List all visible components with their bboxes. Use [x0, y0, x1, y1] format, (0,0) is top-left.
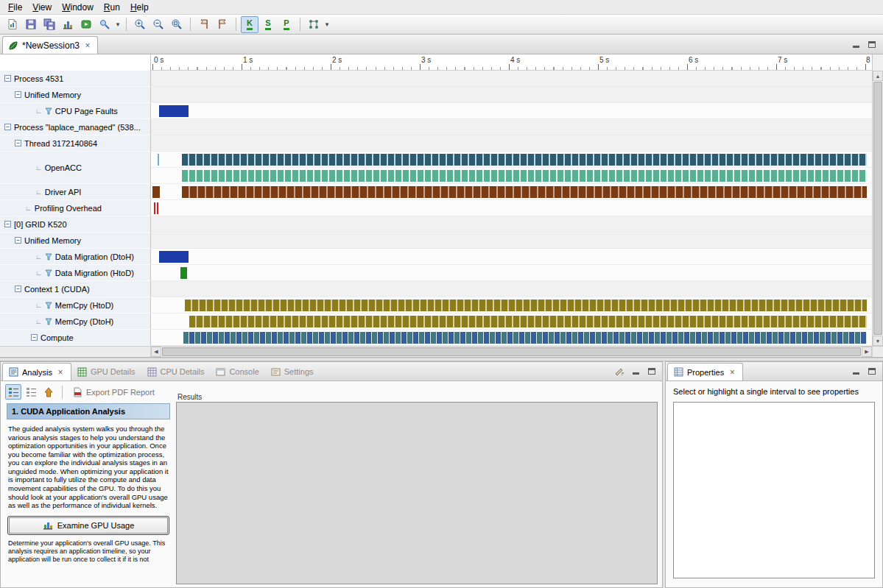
- collapse-icon[interactable]: [31, 334, 38, 341]
- collapse-icon[interactable]: [4, 75, 11, 82]
- properties-detail-box[interactable]: [673, 402, 875, 578]
- collapse-icon[interactable]: [15, 91, 21, 98]
- track-data-migration-htod[interactable]: [151, 265, 872, 281]
- timeline-bar-overhead[interactable]: [154, 202, 155, 214]
- track-openacc[interactable]: [151, 152, 872, 184]
- track-memcpy-dtoh[interactable]: [151, 314, 872, 330]
- track-context-1[interactable]: [151, 281, 872, 297]
- tree-item-context-1-cuda[interactable]: Context 1 (CUDA): [0, 281, 151, 297]
- close-icon[interactable]: [83, 41, 92, 50]
- collapse-icon[interactable]: [15, 237, 21, 244]
- back-up-button[interactable]: [41, 384, 57, 400]
- track-data-migration-dtoh[interactable]: [151, 249, 872, 265]
- scroll-right-button[interactable]: [862, 347, 872, 357]
- close-icon[interactable]: [56, 368, 65, 377]
- timeline-bar-openacc-start[interactable]: [158, 154, 159, 166]
- horizontal-scrollbar[interactable]: [0, 346, 883, 357]
- session-tab[interactable]: *NewSession3: [2, 36, 98, 54]
- toggle-stream-button[interactable]: S: [259, 16, 277, 33]
- zoom-out-button[interactable]: [149, 16, 167, 33]
- track-driver-api[interactable]: [151, 184, 872, 200]
- tree-item-data-migration-htod[interactable]: Data Migration (HtoD): [0, 265, 151, 281]
- scroll-down-button[interactable]: [873, 336, 883, 346]
- tab-console[interactable]: Console: [210, 363, 264, 380]
- timeline-bars-memcpy-dtoh[interactable]: [189, 316, 867, 327]
- time-ruler[interactable]: 0 s 1 s 2 s 3 s 4 s 5 s 6 s 7 s 8: [151, 54, 872, 71]
- track-cpu-page-faults[interactable]: [151, 103, 872, 119]
- analysis-menu-dropdown[interactable]: [323, 16, 331, 33]
- vertical-scroll-thumb[interactable]: [873, 82, 882, 335]
- save-all-button[interactable]: [41, 16, 58, 33]
- run-analysis-dropdown[interactable]: [114, 16, 122, 33]
- guided-analysis-button[interactable]: [5, 384, 21, 400]
- filter-icon[interactable]: [45, 302, 52, 309]
- horizontal-scroll-thumb[interactable]: [162, 347, 861, 356]
- tab-cpu-details[interactable]: CPU Details: [141, 363, 211, 380]
- tab-analysis[interactable]: Analysis: [2, 363, 71, 380]
- tree-item-unified-memory-gpu[interactable]: Unified Memory: [0, 233, 151, 249]
- filter-icon[interactable]: [45, 107, 52, 115]
- track-unified-memory-cpu[interactable]: [151, 87, 872, 103]
- unguided-analysis-button[interactable]: [23, 384, 39, 400]
- filter-icon[interactable]: [45, 318, 52, 325]
- menu-help[interactable]: Help: [125, 1, 154, 14]
- view-menu-button[interactable]: [613, 365, 625, 377]
- zoom-in-button[interactable]: [131, 16, 149, 33]
- scroll-left-button[interactable]: [151, 347, 161, 357]
- new-session-button[interactable]: [4, 16, 21, 33]
- track-process-4531[interactable]: [151, 71, 872, 87]
- minimize-button[interactable]: [850, 38, 862, 50]
- analysis-stage-header[interactable]: 1. CUDA Application Analysis: [7, 403, 170, 419]
- tab-settings[interactable]: Settings: [265, 363, 320, 380]
- tree-item-thread-3172140864[interactable]: Thread 3172140864: [0, 135, 151, 152]
- tree-item-data-migration-dtoh[interactable]: Data Migration (DtoH): [0, 249, 151, 265]
- filter-icon[interactable]: [45, 269, 52, 277]
- timeline-bar-overhead[interactable]: [157, 202, 158, 214]
- maximize-button[interactable]: [866, 365, 878, 377]
- maximize-button[interactable]: [646, 365, 658, 377]
- timeline-bar-driver-init[interactable]: [152, 186, 160, 198]
- tree-item-compute[interactable]: Compute: [0, 330, 151, 346]
- tree-item-unified-memory-cpu[interactable]: Unified Memory: [0, 87, 151, 103]
- track-grid-k520[interactable]: [151, 216, 872, 233]
- tree-item-memcpy-dtoh[interactable]: MemCpy (DtoH): [0, 314, 151, 330]
- run-analysis-button[interactable]: [96, 16, 113, 33]
- menu-view[interactable]: View: [27, 1, 57, 14]
- tree-item-process-4531[interactable]: Process 4531: [0, 71, 151, 87]
- tab-properties[interactable]: Properties: [667, 363, 743, 380]
- track-profiling-overhead[interactable]: [151, 200, 872, 216]
- tree-item-profiling-overhead[interactable]: Profiling Overhead: [0, 200, 151, 216]
- collapse-icon[interactable]: [15, 140, 21, 146]
- tree-item-grid-k520[interactable]: [0] GRID K520: [0, 216, 151, 233]
- export-pdf-button[interactable]: Export PDF Report: [68, 386, 159, 399]
- filter-icon[interactable]: [45, 253, 52, 261]
- maximize-button[interactable]: [866, 38, 878, 50]
- minimize-button[interactable]: [630, 365, 641, 377]
- track-compute[interactable]: [151, 330, 872, 346]
- timeline-bars-driver-api[interactable]: [182, 186, 867, 198]
- tree-item-process-laplace[interactable]: Process "laplace_managed" (538...: [0, 119, 151, 135]
- collapse-icon[interactable]: [4, 221, 11, 227]
- timeline-bar-migration-dtoh[interactable]: [159, 251, 189, 263]
- menu-file[interactable]: File: [3, 1, 27, 14]
- timeline-bar-migration-htod[interactable]: [180, 267, 187, 279]
- tree-item-cpu-page-faults[interactable]: CPU Page Faults: [0, 103, 151, 119]
- vertical-scrollbar[interactable]: [872, 71, 883, 346]
- timeline-bars-openacc-upper[interactable]: [182, 154, 867, 166]
- minimize-button[interactable]: [850, 365, 862, 377]
- next-marker-button[interactable]: [214, 16, 231, 33]
- examine-gpu-usage-button[interactable]: Examine GPU Usage: [9, 517, 168, 534]
- timeline-bar-cpu-page-faults[interactable]: [159, 105, 189, 117]
- menu-window[interactable]: Window: [57, 1, 99, 14]
- tree-item-driver-api[interactable]: Driver API: [0, 184, 151, 200]
- tree-item-openacc[interactable]: OpenACC: [0, 152, 151, 184]
- track-process-laplace[interactable]: [151, 119, 872, 135]
- scroll-up-button[interactable]: [873, 71, 883, 81]
- results-content-box[interactable]: [176, 402, 658, 584]
- toggle-kernel-button[interactable]: K: [241, 16, 258, 33]
- analysis-menu-button[interactable]: [305, 16, 323, 33]
- track-thread[interactable]: [151, 135, 872, 152]
- timeline-bars-compute[interactable]: [183, 332, 867, 344]
- toggle-process-button[interactable]: P: [278, 16, 295, 33]
- track-unified-memory-gpu[interactable]: [151, 233, 872, 249]
